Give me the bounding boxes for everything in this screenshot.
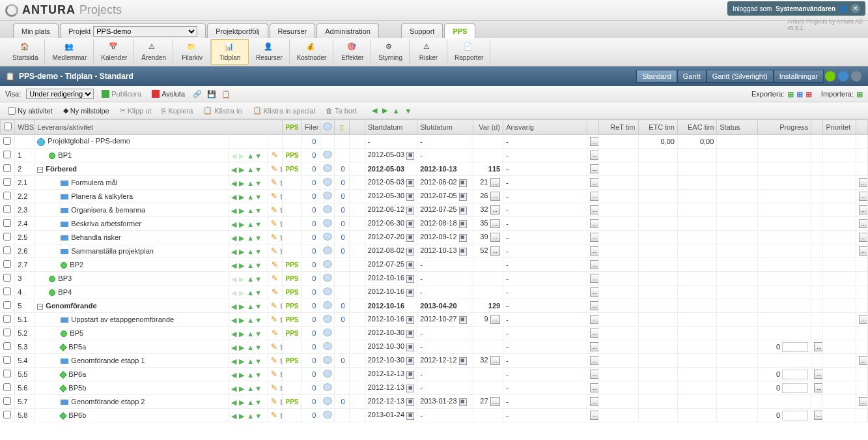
arrow-down-icon[interactable]: ▼ xyxy=(255,179,262,186)
arrow-down-icon[interactable]: ▼ xyxy=(255,412,262,419)
calendar-icon[interactable]: ▦ xyxy=(406,412,414,420)
row-note[interactable] xyxy=(335,286,349,299)
row-check[interactable] xyxy=(3,151,11,158)
arrow-up-icon[interactable]: ▲ xyxy=(247,412,254,419)
row-files[interactable]: 0 xyxy=(302,162,320,176)
edit-icon[interactable]: ✎ xyxy=(271,233,277,242)
arrow-left-icon[interactable]: ◀ xyxy=(231,398,238,405)
arrow-left-icon[interactable]: ◀ xyxy=(231,412,238,419)
calendar-icon[interactable]: ▦ xyxy=(406,289,414,297)
arrow-right-icon[interactable]: ▶ xyxy=(239,357,246,364)
row-name[interactable]: Organisera & bemanna xyxy=(71,206,145,214)
arrow-up-icon[interactable]: ▲ xyxy=(247,220,254,227)
row-note[interactable] xyxy=(335,135,349,149)
arrow-left-icon[interactable]: ◀ xyxy=(231,302,238,310)
chat-icon[interactable] xyxy=(323,329,332,336)
nav-up-icon[interactable]: ▲ xyxy=(393,107,400,115)
ansvarig-button[interactable]: ... xyxy=(590,397,599,406)
arrow-left-icon[interactable]: ◀ xyxy=(231,207,238,214)
calendar-icon[interactable]: ▦ xyxy=(406,179,414,187)
col-etc[interactable]: ETC tim xyxy=(638,120,677,135)
paste-button[interactable]: 📋 Klistra in xyxy=(201,105,244,116)
arrow-right-icon[interactable]: ▶ xyxy=(239,275,246,282)
trash-icon[interactable]: 🗑 xyxy=(279,315,283,323)
prioritet-button[interactable]: ... xyxy=(859,233,868,242)
new-activity-button[interactable]: Ny aktivitet xyxy=(5,106,55,116)
arrow-right-icon[interactable]: ▶ xyxy=(239,193,246,200)
calendar-icon[interactable]: ▦ xyxy=(406,220,414,228)
arrow-left-icon[interactable]: ◀ xyxy=(231,275,238,282)
arrow-left-icon[interactable]: ◀ xyxy=(231,371,238,378)
tool-tidplan[interactable]: 📊Tidplan xyxy=(211,39,249,65)
ansvarig-button[interactable]: ... xyxy=(590,192,599,201)
row-note[interactable]: 0 xyxy=(335,203,349,217)
row-files[interactable]: 0 xyxy=(302,203,320,217)
collapse-icon[interactable]: − xyxy=(37,167,43,173)
edit-icon[interactable]: ✎ xyxy=(271,383,277,392)
row-name[interactable]: BP5 xyxy=(70,329,83,337)
row-note[interactable] xyxy=(335,149,349,162)
col-pps[interactable]: PPS xyxy=(282,120,301,135)
row-check[interactable] xyxy=(3,315,11,323)
arrow-down-icon[interactable]: ▼ xyxy=(255,357,262,364)
row-note[interactable] xyxy=(335,368,349,381)
row-name[interactable]: BP6b xyxy=(68,411,86,419)
row-check[interactable] xyxy=(3,329,11,336)
var-button[interactable]: ... xyxy=(490,315,501,324)
arrow-down-icon[interactable]: ▼ xyxy=(255,316,262,323)
arrow-up-icon[interactable]: ▲ xyxy=(247,398,254,405)
trash-icon[interactable]: 🗑 xyxy=(279,247,283,255)
ansvarig-button[interactable]: ... xyxy=(590,274,599,283)
col-start[interactable]: Startdatum xyxy=(365,120,417,135)
var-button[interactable]: ... xyxy=(490,219,501,228)
tool-rapporter[interactable]: 📄Rapporter xyxy=(447,39,490,65)
calendar-icon[interactable]: ▦ xyxy=(459,207,467,214)
row-files[interactable]: 0 xyxy=(302,340,320,354)
edit-icon[interactable]: ✎ xyxy=(271,342,277,351)
ansvarig-button[interactable]: ... xyxy=(590,151,599,160)
arrow-down-icon[interactable]: ▼ xyxy=(255,261,262,269)
row-check[interactable] xyxy=(3,356,11,364)
arrow-up-icon[interactable]: ▲ xyxy=(247,179,254,186)
tab-admin[interactable]: Administration xyxy=(316,23,379,38)
calendar-icon[interactable]: ▦ xyxy=(406,357,414,365)
row-note[interactable] xyxy=(335,327,349,340)
chat-icon[interactable] xyxy=(323,397,332,405)
row-check[interactable] xyxy=(3,411,11,418)
nav-down-icon[interactable]: ▼ xyxy=(405,107,412,115)
chat-icon[interactable] xyxy=(323,151,332,158)
ansvarig-button[interactable]: ... xyxy=(590,233,599,242)
row-check[interactable] xyxy=(3,205,11,213)
row-files[interactable]: 0 xyxy=(302,272,320,286)
var-button[interactable]: ... xyxy=(490,233,501,242)
ansvarig-button[interactable]: ... xyxy=(590,137,599,146)
trash-icon[interactable]: 🗑 xyxy=(279,192,283,200)
tab-portfolio[interactable]: Projektportfölj xyxy=(207,23,268,38)
chat-icon[interactable] xyxy=(323,233,332,241)
row-files[interactable]: 0 xyxy=(302,313,320,327)
nav-left-icon[interactable]: ◀ xyxy=(372,106,377,115)
close-icon[interactable]: ✕ xyxy=(851,4,860,13)
arrow-right-icon[interactable]: ▶ xyxy=(239,302,246,310)
edit-icon[interactable]: ✎ xyxy=(272,287,278,297)
pps-icon[interactable] xyxy=(825,71,835,81)
trash-icon[interactable]: 🗑 xyxy=(279,357,283,364)
arrow-up-icon[interactable]: ▲ xyxy=(247,302,254,310)
row-name[interactable]: Beskriva arbetsformer xyxy=(71,220,141,227)
ansvarig-button[interactable]: ... xyxy=(590,164,599,173)
arrow-left-icon[interactable]: ◀ xyxy=(231,344,238,351)
row-check[interactable] xyxy=(3,383,11,391)
paste-special-button[interactable]: 📋 Klistra in special xyxy=(250,105,318,116)
row-check[interactable] xyxy=(3,192,11,199)
progress-input[interactable] xyxy=(782,383,808,393)
arrow-down-icon[interactable]: ▼ xyxy=(255,398,262,405)
row-name[interactable]: Planera & kalkylera xyxy=(71,192,133,200)
arrow-right-icon[interactable]: ▶ xyxy=(239,207,246,214)
row-note[interactable]: 0 xyxy=(335,299,349,313)
row-note[interactable] xyxy=(335,409,349,422)
arrow-left-icon[interactable]: ◀ xyxy=(231,385,238,392)
row-name[interactable]: Uppstart av etappgenomförande xyxy=(71,315,174,323)
ansvarig-button[interactable]: ... xyxy=(590,246,599,256)
chat-icon[interactable] xyxy=(323,370,332,377)
tab-support[interactable]: Support xyxy=(401,23,443,38)
